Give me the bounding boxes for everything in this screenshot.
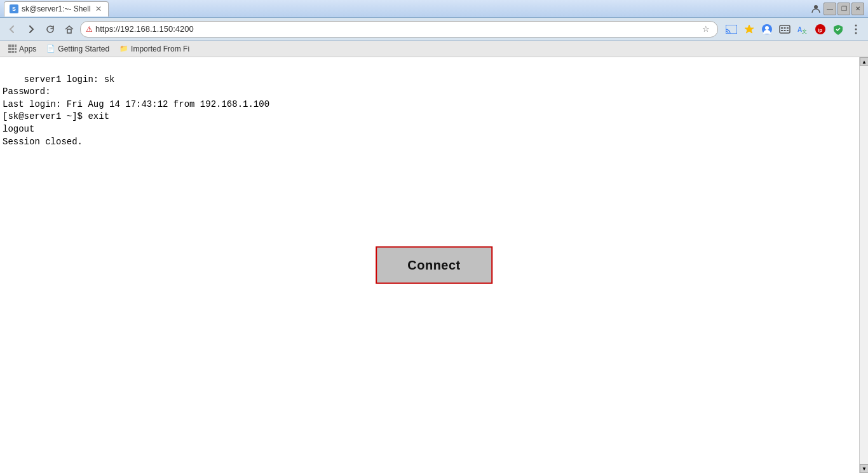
terminal-output: server1 login: sk Password: Last login: … <box>0 57 272 165</box>
translate-icon[interactable]: A文 <box>794 21 811 38</box>
svg-point-0 <box>814 5 818 9</box>
imported-label: Imported From Fi <box>131 45 189 53</box>
terminal-line-3: Last login: Fri Aug 14 17:43:12 from 192… <box>3 99 269 109</box>
svg-rect-7 <box>781 27 783 29</box>
chrome-profile-icon[interactable] <box>759 21 775 38</box>
lastpass-icon[interactable]: lp <box>812 21 829 38</box>
svg-point-17 <box>855 24 857 26</box>
minimize-button[interactable]: — <box>824 3 836 15</box>
folder-icon: 📁 <box>119 45 128 53</box>
address-input[interactable] <box>95 24 697 34</box>
extensions-icon[interactable] <box>741 21 757 38</box>
scrollbar-up-button[interactable]: ▲ <box>860 57 868 66</box>
cast-icon[interactable] <box>723 21 740 38</box>
tab-favicon: S <box>10 4 18 13</box>
keyboard-icon[interactable] <box>776 21 793 38</box>
page-icon: 📄 <box>46 45 55 53</box>
svg-rect-20 <box>8 45 11 47</box>
imported-bookmark[interactable]: 📁 Imported From Fi <box>117 43 192 55</box>
getting-started-bookmark[interactable]: 📄 Getting Started <box>44 43 112 55</box>
svg-rect-23 <box>8 48 11 50</box>
scrollbar-track[interactable] <box>860 66 868 464</box>
home-button[interactable] <box>61 21 78 38</box>
menu-button[interactable] <box>848 21 864 38</box>
browser-tab[interactable]: S sk@server1:~- Shell ✕ <box>4 1 109 17</box>
svg-rect-22 <box>15 45 17 47</box>
scrollbar-down-button[interactable]: ▼ <box>860 464 868 473</box>
tab-title: sk@server1:~- Shell <box>22 4 91 13</box>
svg-text:lp: lp <box>818 27 822 33</box>
main-content: server1 login: sk Password: Last login: … <box>0 57 868 473</box>
svg-point-19 <box>855 32 857 34</box>
apps-grid-icon <box>8 45 17 53</box>
reload-button[interactable] <box>42 21 58 38</box>
profile-icon[interactable] <box>810 3 822 15</box>
svg-rect-12 <box>787 30 789 31</box>
svg-text:文: 文 <box>802 29 807 34</box>
svg-rect-6 <box>780 25 790 33</box>
svg-rect-28 <box>15 51 17 53</box>
svg-rect-25 <box>15 48 17 50</box>
svg-rect-1 <box>67 29 71 33</box>
svg-rect-26 <box>8 51 11 53</box>
toolbar-icons: A文 lp <box>723 21 864 38</box>
bookmark-star-icon[interactable]: ☆ <box>700 23 712 36</box>
tab-close-button[interactable]: ✕ <box>94 4 103 13</box>
svg-point-18 <box>855 28 857 30</box>
address-bar[interactable]: ⚠ ☆ <box>80 21 718 38</box>
restore-button[interactable]: ❐ <box>837 3 850 15</box>
svg-rect-11 <box>784 30 786 31</box>
address-bar-actions: ☆ <box>700 23 712 36</box>
connect-button-container: Connect <box>376 247 492 284</box>
svg-rect-9 <box>787 27 789 29</box>
apps-bookmark[interactable]: Apps <box>5 43 39 55</box>
svg-rect-8 <box>784 27 786 29</box>
svg-point-3 <box>726 32 727 34</box>
bookmarks-bar: Apps 📄 Getting Started 📁 Imported From F… <box>0 41 868 57</box>
terminal-line-5: logout <box>3 124 34 134</box>
svg-rect-24 <box>11 48 14 50</box>
terminal-line-1: server1 login: sk <box>24 74 115 85</box>
shield-icon[interactable] <box>830 21 846 38</box>
terminal-line-4: [sk@server1 ~]$ exit <box>3 111 109 121</box>
getting-started-label: Getting Started <box>58 45 109 53</box>
security-warning-icon: ⚠ <box>86 25 93 34</box>
connect-button[interactable]: Connect <box>376 247 492 284</box>
back-button[interactable] <box>4 21 20 38</box>
svg-rect-10 <box>781 30 783 31</box>
scrollbar[interactable]: ▲ ▼ <box>859 57 868 473</box>
navigation-bar: ⚠ ☆ A文 lp <box>0 18 868 41</box>
title-bar: S sk@server1:~- Shell ✕ — ❐ ✕ <box>0 0 868 18</box>
svg-rect-21 <box>11 45 14 47</box>
terminal-line-2: Password: <box>3 86 51 97</box>
window-controls: — ❐ ✕ <box>810 3 864 15</box>
forward-button[interactable] <box>23 21 39 38</box>
close-button[interactable]: ✕ <box>851 3 864 15</box>
svg-point-5 <box>765 26 769 30</box>
terminal-line-6: Session closed. <box>3 137 83 147</box>
svg-rect-27 <box>11 51 14 53</box>
apps-label: Apps <box>19 45 36 53</box>
